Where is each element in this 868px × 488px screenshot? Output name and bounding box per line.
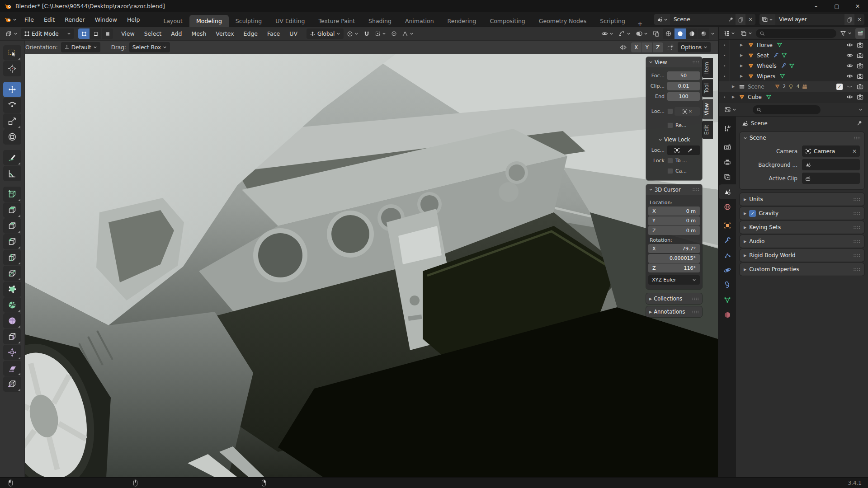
xray-toggle[interactable]	[651, 28, 661, 39]
cursor-rotation-z[interactable]: Z116°	[648, 263, 700, 272]
properties-tab-material[interactable]	[719, 307, 736, 322]
new-scene-button[interactable]	[736, 14, 745, 25]
solid-shading-button[interactable]	[675, 28, 686, 39]
properties-tab-constraints[interactable]	[719, 277, 736, 292]
tool-measure[interactable]	[3, 166, 21, 181]
delete-scene-button[interactable]: ×	[745, 14, 755, 25]
panel-grip-icon[interactable]	[853, 267, 860, 272]
tool-bevel[interactable]	[3, 234, 21, 249]
camera-to-view-checkbox[interactable]	[667, 168, 673, 174]
keying-sets-panel-header[interactable]: ▶ Keying Sets	[740, 221, 864, 234]
cursor-panel-header[interactable]: 3D Cursor	[646, 184, 702, 195]
gravity-panel-header[interactable]: ▶ ✓ Gravity	[740, 207, 864, 220]
pivot-point-dropdown[interactable]	[345, 28, 360, 39]
cursor-location-z[interactable]: Z0 m	[648, 226, 700, 235]
tool-knife[interactable]	[3, 266, 21, 281]
panel-grip-icon[interactable]	[853, 211, 860, 216]
tool-add-cube[interactable]	[3, 187, 21, 202]
hide-viewport-icon[interactable]	[846, 73, 853, 80]
snap-toggle[interactable]	[362, 28, 372, 39]
view-panel-header[interactable]: View	[646, 57, 702, 67]
lock-object-field[interactable]	[667, 145, 700, 155]
sidebar-tab-view[interactable]: View	[702, 99, 713, 119]
outliner-row-seat[interactable]: • ▶ Seat	[719, 50, 868, 61]
menu-render[interactable]: Render	[60, 12, 90, 27]
tool-scale[interactable]	[3, 113, 21, 129]
menu-help[interactable]: Help	[122, 12, 145, 27]
options-dropdown[interactable]: Options	[678, 42, 711, 52]
tool-smooth[interactable]	[3, 313, 21, 328]
properties-tab-physics[interactable]	[719, 263, 736, 277]
properties-tab-render[interactable]	[719, 140, 736, 155]
scene-selector[interactable]: Scene ×	[654, 14, 755, 25]
clip-start-field[interactable]: 0.01	[667, 82, 700, 90]
panel-grip-icon[interactable]	[853, 239, 860, 244]
tab-layout[interactable]: Layout	[156, 15, 189, 27]
delete-viewlayer-button[interactable]: ×	[854, 14, 864, 25]
mirror-z-button[interactable]: Z	[653, 42, 663, 52]
tool-poly-build[interactable]	[3, 282, 21, 297]
panel-grip-icon[interactable]	[692, 60, 699, 64]
clear-camera-button[interactable]: ✕	[852, 148, 857, 155]
shading-dropdown-icon[interactable]	[711, 32, 715, 36]
hide-viewport-icon[interactable]	[846, 42, 853, 48]
expand-icon[interactable]: ▶	[739, 64, 744, 68]
snap-target-dropdown[interactable]	[373, 28, 388, 39]
properties-tab-modifiers[interactable]	[719, 233, 736, 248]
disable-render-icon[interactable]	[857, 62, 863, 69]
material-shading-button[interactable]	[686, 28, 698, 39]
viewlayer-selector[interactable]: ViewLayer ×	[760, 14, 864, 25]
viewport-menu-uv[interactable]: UV	[285, 28, 302, 39]
mode-dropdown[interactable]: Edit Mode	[21, 28, 74, 39]
properties-tab-tool[interactable]	[719, 121, 736, 136]
pin-scene-button[interactable]	[726, 14, 736, 25]
panel-grip-icon[interactable]	[853, 197, 860, 202]
maximize-button[interactable]: ▢	[826, 0, 847, 12]
properties-tab-particles[interactable]	[719, 248, 736, 263]
lock-to-3d-cursor-checkbox[interactable]	[667, 158, 673, 164]
eyedropper-icon[interactable]	[687, 147, 693, 153]
transform-orientation-dropdown[interactable]: Global	[307, 28, 344, 39]
rotation-mode-dropdown[interactable]: XYZ Euler	[648, 275, 700, 285]
properties-tab-viewlayer[interactable]	[719, 169, 736, 184]
tab-geometry-nodes[interactable]: Geometry Nodes	[532, 15, 593, 27]
camera-field[interactable]: Camera ✕	[802, 145, 860, 157]
menu-edit[interactable]: Edit	[39, 12, 60, 27]
panel-grip-icon[interactable]	[853, 225, 860, 230]
tool-rotate[interactable]	[3, 98, 21, 113]
proportional-editing-toggle[interactable]	[389, 28, 399, 39]
viewport-menu-add[interactable]: Add	[167, 28, 186, 39]
tool-shrink-fatten[interactable]	[3, 345, 21, 360]
wireframe-shading-button[interactable]	[663, 28, 674, 39]
expand-icon[interactable]: ▶	[731, 84, 736, 89]
properties-display-dropdown[interactable]	[722, 104, 738, 115]
view-lock-subpanel-header[interactable]: View Lock	[646, 135, 702, 145]
expand-icon[interactable]: ▶	[739, 53, 744, 57]
sidebar-tab-tool[interactable]: Tool	[702, 79, 713, 97]
panel-grip-icon[interactable]	[692, 310, 699, 314]
hide-collection-icon[interactable]	[846, 83, 853, 90]
disable-render-icon[interactable]	[857, 94, 863, 100]
viewport-menu-view[interactable]: View	[117, 28, 139, 39]
mirror-icon[interactable]	[619, 44, 627, 51]
properties-search-input[interactable]	[753, 105, 821, 114]
vertex-select-button[interactable]	[78, 28, 90, 39]
active-clip-field[interactable]	[802, 173, 860, 184]
tool-shear[interactable]	[3, 361, 21, 376]
rendered-shading-button[interactable]	[698, 28, 709, 39]
3d-viewport[interactable]	[25, 54, 718, 477]
expand-icon[interactable]: ▶	[739, 74, 744, 78]
properties-tab-world[interactable]	[719, 199, 736, 214]
custom-properties-panel-header[interactable]: ▶ Custom Properties	[740, 263, 864, 276]
tool-loop-cut[interactable]	[3, 250, 21, 265]
viewlayer-browse-button[interactable]	[760, 14, 775, 25]
overlays-dropdown[interactable]	[634, 28, 650, 39]
tab-texture-paint[interactable]: Texture Paint	[311, 15, 362, 27]
tool-edge-slide[interactable]	[3, 329, 21, 344]
tab-rendering[interactable]: Rendering	[441, 15, 483, 27]
pin-icon[interactable]	[856, 120, 863, 127]
tool-move[interactable]	[3, 82, 21, 97]
render-region-checkbox[interactable]	[667, 122, 673, 128]
properties-tab-object[interactable]	[719, 218, 736, 233]
orientation-setting-dropdown[interactable]: Default	[61, 42, 100, 52]
